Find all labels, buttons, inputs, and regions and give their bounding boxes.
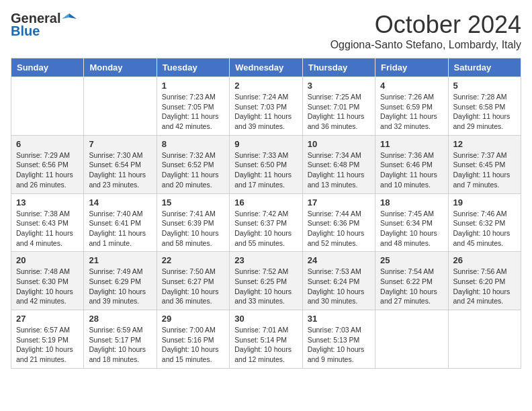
calendar-cell: 2Sunrise: 7:24 AM Sunset: 7:03 PM Daylig…	[230, 77, 302, 136]
day-number: 15	[162, 197, 224, 208]
calendar-table: SundayMondayTuesdayWednesdayThursdayFrid…	[11, 58, 521, 369]
day-content: Sunrise: 7:48 AM Sunset: 6:30 PM Dayligh…	[16, 267, 79, 306]
calendar-cell: 15Sunrise: 7:41 AM Sunset: 6:39 PM Dayli…	[157, 193, 229, 252]
calendar-cell: 27Sunrise: 6:57 AM Sunset: 5:19 PM Dayli…	[11, 310, 84, 369]
day-number: 16	[234, 197, 297, 208]
day-content: Sunrise: 7:30 AM Sunset: 6:54 PM Dayligh…	[89, 150, 151, 190]
day-number: 25	[380, 255, 443, 265]
day-number: 3	[308, 81, 370, 91]
day-content: Sunrise: 7:26 AM Sunset: 6:59 PM Dayligh…	[380, 92, 443, 132]
calendar-cell: 18Sunrise: 7:45 AM Sunset: 6:34 PM Dayli…	[375, 193, 448, 252]
svg-marker-1	[62, 13, 69, 19]
day-content: Sunrise: 7:52 AM Sunset: 6:25 PM Dayligh…	[234, 267, 297, 306]
calendar-week-row: 20Sunrise: 7:48 AM Sunset: 6:30 PM Dayli…	[11, 252, 521, 310]
day-number: 17	[308, 197, 370, 208]
day-content: Sunrise: 7:42 AM Sunset: 6:37 PM Dayligh…	[234, 209, 297, 248]
calendar-cell: 6Sunrise: 7:29 AM Sunset: 6:56 PM Daylig…	[11, 135, 84, 193]
day-content: Sunrise: 7:45 AM Sunset: 6:34 PM Dayligh…	[380, 209, 443, 248]
day-number: 30	[234, 314, 297, 324]
calendar-cell: 22Sunrise: 7:50 AM Sunset: 6:27 PM Dayli…	[157, 252, 229, 310]
calendar-cell: 13Sunrise: 7:38 AM Sunset: 6:43 PM Dayli…	[11, 193, 84, 252]
weekday-header-tuesday: Tuesday	[157, 58, 229, 77]
day-content: Sunrise: 7:53 AM Sunset: 6:24 PM Dayligh…	[308, 267, 370, 306]
calendar-cell: 12Sunrise: 7:37 AM Sunset: 6:45 PM Dayli…	[448, 135, 521, 193]
day-number: 12	[453, 139, 516, 149]
calendar-cell: 9Sunrise: 7:33 AM Sunset: 6:50 PM Daylig…	[230, 135, 302, 193]
title-area: October 2024 Oggiona-Santo Stefano, Lomb…	[330, 11, 521, 51]
day-content: Sunrise: 6:57 AM Sunset: 5:19 PM Dayligh…	[16, 325, 79, 365]
calendar-cell: 30Sunrise: 7:01 AM Sunset: 5:14 PM Dayli…	[230, 310, 302, 369]
calendar-cell: 8Sunrise: 7:32 AM Sunset: 6:52 PM Daylig…	[157, 135, 229, 193]
calendar-cell: 19Sunrise: 7:46 AM Sunset: 6:32 PM Dayli…	[448, 193, 521, 252]
day-number: 20	[16, 255, 79, 265]
day-number: 27	[16, 314, 79, 324]
day-number: 18	[380, 197, 443, 208]
calendar-week-row: 6Sunrise: 7:29 AM Sunset: 6:56 PM Daylig…	[11, 135, 521, 193]
day-number: 5	[453, 81, 516, 91]
day-content: Sunrise: 7:33 AM Sunset: 6:50 PM Dayligh…	[234, 150, 297, 190]
day-content: Sunrise: 7:29 AM Sunset: 6:56 PM Dayligh…	[16, 150, 79, 190]
calendar-week-row: 27Sunrise: 6:57 AM Sunset: 5:19 PM Dayli…	[11, 310, 521, 369]
logo-bird-icon	[62, 12, 77, 26]
calendar-cell: 4Sunrise: 7:26 AM Sunset: 6:59 PM Daylig…	[375, 77, 448, 136]
calendar-cell: 5Sunrise: 7:28 AM Sunset: 6:58 PM Daylig…	[448, 77, 521, 136]
day-number: 1	[162, 81, 224, 91]
day-content: Sunrise: 7:41 AM Sunset: 6:39 PM Dayligh…	[162, 209, 224, 248]
weekday-header-saturday: Saturday	[448, 58, 521, 77]
calendar-cell: 14Sunrise: 7:40 AM Sunset: 6:41 PM Dayli…	[84, 193, 157, 252]
calendar-cell: 26Sunrise: 7:56 AM Sunset: 6:20 PM Dayli…	[448, 252, 521, 310]
day-number: 14	[89, 197, 151, 208]
calendar-cell: 31Sunrise: 7:03 AM Sunset: 5:13 PM Dayli…	[302, 310, 375, 369]
day-content: Sunrise: 7:36 AM Sunset: 6:46 PM Dayligh…	[380, 150, 443, 190]
calendar-cell: 29Sunrise: 7:00 AM Sunset: 5:16 PM Dayli…	[157, 310, 229, 369]
day-content: Sunrise: 7:37 AM Sunset: 6:45 PM Dayligh…	[453, 150, 516, 190]
day-number: 2	[234, 81, 297, 91]
day-content: Sunrise: 7:34 AM Sunset: 6:48 PM Dayligh…	[308, 150, 370, 190]
day-content: Sunrise: 7:46 AM Sunset: 6:32 PM Dayligh…	[453, 209, 516, 248]
location-subtitle: Oggiona-Santo Stefano, Lombardy, Italy	[330, 39, 521, 51]
day-number: 21	[89, 255, 151, 265]
day-content: Sunrise: 7:00 AM Sunset: 5:16 PM Dayligh…	[162, 325, 224, 365]
day-number: 26	[453, 255, 516, 265]
calendar-cell: 28Sunrise: 6:59 AM Sunset: 5:17 PM Dayli…	[84, 310, 157, 369]
calendar-cell: 17Sunrise: 7:44 AM Sunset: 6:36 PM Dayli…	[302, 193, 375, 252]
day-number: 24	[308, 255, 370, 265]
weekday-header-monday: Monday	[84, 58, 157, 77]
logo: General Blue	[11, 11, 77, 39]
calendar-cell: 16Sunrise: 7:42 AM Sunset: 6:37 PM Dayli…	[230, 193, 302, 252]
calendar-cell: 11Sunrise: 7:36 AM Sunset: 6:46 PM Dayli…	[375, 135, 448, 193]
day-number: 19	[453, 197, 516, 208]
calendar-cell	[84, 77, 157, 136]
weekday-header-sunday: Sunday	[11, 58, 84, 77]
calendar-cell: 21Sunrise: 7:49 AM Sunset: 6:29 PM Dayli…	[84, 252, 157, 310]
calendar-week-row: 13Sunrise: 7:38 AM Sunset: 6:43 PM Dayli…	[11, 193, 521, 252]
day-number: 11	[380, 139, 443, 149]
day-number: 13	[16, 197, 79, 208]
calendar-cell: 7Sunrise: 7:30 AM Sunset: 6:54 PM Daylig…	[84, 135, 157, 193]
day-content: Sunrise: 7:01 AM Sunset: 5:14 PM Dayligh…	[234, 325, 297, 365]
calendar-week-row: 1Sunrise: 7:23 AM Sunset: 7:05 PM Daylig…	[11, 77, 521, 136]
day-content: Sunrise: 7:50 AM Sunset: 6:27 PM Dayligh…	[162, 267, 224, 306]
calendar-cell: 25Sunrise: 7:54 AM Sunset: 6:22 PM Dayli…	[375, 252, 448, 310]
weekday-header-friday: Friday	[375, 58, 448, 77]
day-content: Sunrise: 7:25 AM Sunset: 7:01 PM Dayligh…	[308, 92, 370, 132]
day-number: 31	[308, 314, 370, 324]
day-number: 4	[380, 81, 443, 91]
calendar-cell: 23Sunrise: 7:52 AM Sunset: 6:25 PM Dayli…	[230, 252, 302, 310]
calendar-cell	[375, 310, 448, 369]
day-number: 29	[162, 314, 224, 324]
month-title: October 2024	[330, 11, 521, 39]
day-number: 9	[234, 139, 297, 149]
day-content: Sunrise: 7:56 AM Sunset: 6:20 PM Dayligh…	[453, 267, 516, 306]
day-number: 8	[162, 139, 224, 149]
day-content: Sunrise: 6:59 AM Sunset: 5:17 PM Dayligh…	[89, 325, 151, 365]
calendar-cell: 1Sunrise: 7:23 AM Sunset: 7:05 PM Daylig…	[157, 77, 229, 136]
day-content: Sunrise: 7:54 AM Sunset: 6:22 PM Dayligh…	[380, 267, 443, 306]
calendar-cell: 20Sunrise: 7:48 AM Sunset: 6:30 PM Dayli…	[11, 252, 84, 310]
calendar-cell	[448, 310, 521, 369]
calendar-cell	[11, 77, 84, 136]
day-content: Sunrise: 7:24 AM Sunset: 7:03 PM Dayligh…	[234, 92, 297, 132]
day-content: Sunrise: 7:49 AM Sunset: 6:29 PM Dayligh…	[89, 267, 151, 306]
day-number: 10	[308, 139, 370, 149]
weekday-header-wednesday: Wednesday	[230, 58, 302, 77]
